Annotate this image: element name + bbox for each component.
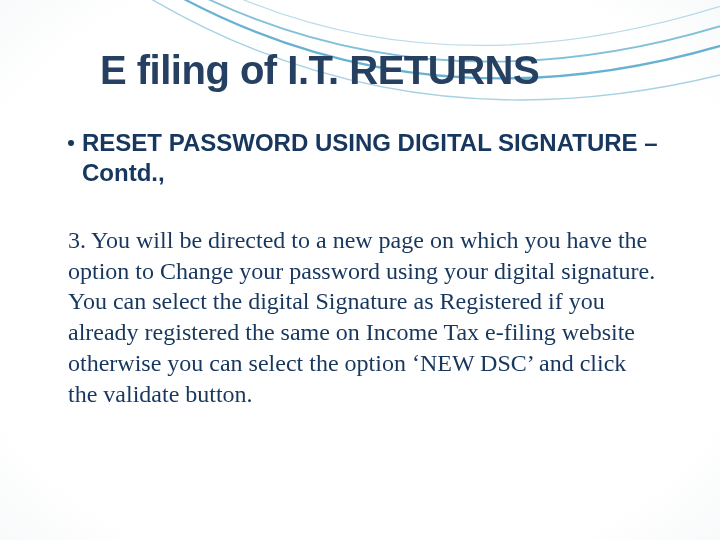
slide: E filing of I.T. RETURNS RESET PASSWORD … xyxy=(0,0,720,540)
subtitle-row: RESET PASSWORD USING DIGITAL SIGNATURE –… xyxy=(68,128,660,188)
slide-body-text: 3. You will be directed to a new page on… xyxy=(68,225,656,409)
slide-title: E filing of I.T. RETURNS xyxy=(100,48,660,93)
slide-subtitle: RESET PASSWORD USING DIGITAL SIGNATURE –… xyxy=(82,128,660,188)
bullet-icon xyxy=(68,140,74,146)
